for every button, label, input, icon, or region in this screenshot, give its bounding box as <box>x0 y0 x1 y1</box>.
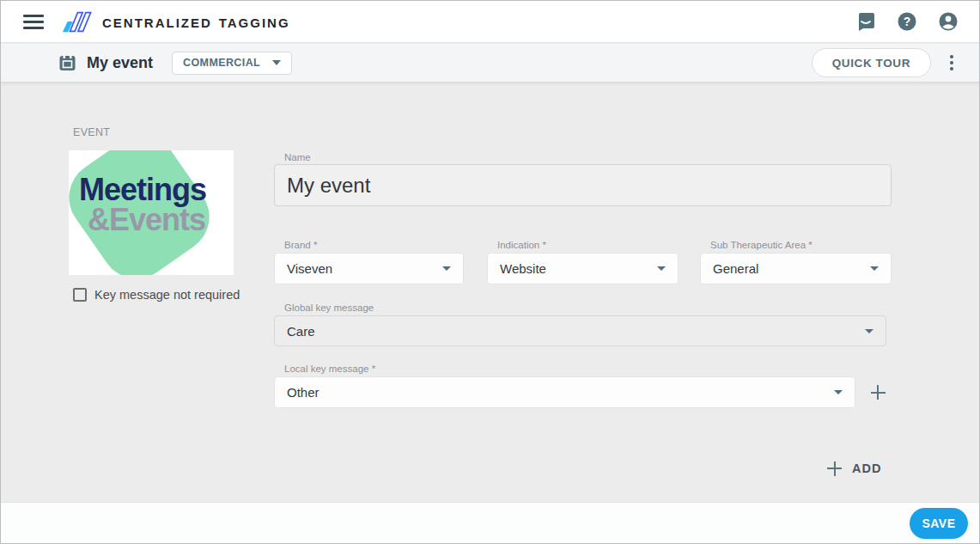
app-title: Centralized Tagging <box>102 11 290 32</box>
classification-value: COMMERCIAL <box>183 57 260 69</box>
add-local-key-message-button[interactable] <box>867 376 889 408</box>
chevron-down-icon <box>272 60 281 65</box>
main-content: EVENT Meetings &Events Key message not r… <box>1 83 979 502</box>
chat-bubble-icon[interactable] <box>855 11 876 32</box>
add-button-label: ADD <box>852 461 881 475</box>
indication-value: Website <box>500 261 546 276</box>
kebab-menu-icon[interactable] <box>941 52 962 73</box>
key-message-checkbox-row: Key message not required <box>73 288 240 302</box>
viseven-logo-icon <box>63 10 92 34</box>
plus-icon <box>827 461 842 476</box>
topbar-actions: ? <box>855 11 959 32</box>
plus-icon <box>871 385 886 400</box>
app-window: Centralized Tagging ? <box>0 0 980 544</box>
chevron-down-icon <box>865 329 873 333</box>
global-key-message-label: Global key message <box>284 303 374 313</box>
chevron-down-icon <box>834 390 843 394</box>
global-key-message-value: Care <box>287 324 315 339</box>
chevron-down-icon <box>657 266 666 271</box>
svg-text:?: ? <box>904 15 911 28</box>
local-key-message-dropdown[interactable]: Other <box>274 376 855 408</box>
page-title: My event <box>87 54 153 72</box>
event-icon <box>59 55 76 71</box>
help-icon[interactable]: ? <box>897 11 917 32</box>
indication-dropdown[interactable]: Website <box>487 253 679 284</box>
event-section-label: EVENT <box>73 126 110 138</box>
chevron-down-icon <box>442 266 451 271</box>
name-input[interactable] <box>274 164 892 206</box>
thumbnail-text-line1: Meetings <box>79 174 234 205</box>
event-thumbnail: Meetings &Events <box>69 150 234 275</box>
brand-value: Viseven <box>287 261 332 276</box>
footer-bar: SAVE <box>1 502 979 543</box>
name-label: Name <box>284 152 311 162</box>
global-key-message-dropdown[interactable]: Care <box>274 315 886 346</box>
sub-therapeutic-area-label: Sub Therapeutic Area * <box>710 240 813 250</box>
add-button[interactable]: ADD <box>827 456 881 480</box>
account-icon[interactable] <box>938 11 959 32</box>
thumbnail-text-line2: &Events <box>88 205 234 235</box>
local-key-message-label: Local key message * <box>284 364 375 374</box>
quick-tour-button[interactable]: QUICK TOUR <box>812 48 931 77</box>
save-button[interactable]: SAVE <box>910 508 968 539</box>
brand-label: Brand * <box>284 240 317 250</box>
hamburger-menu-icon[interactable] <box>23 15 44 29</box>
local-key-message-value: Other <box>287 385 320 400</box>
indication-label: Indication * <box>497 240 546 250</box>
brand-dropdown[interactable]: Viseven <box>274 253 464 284</box>
key-message-checkbox[interactable] <box>73 288 87 302</box>
chevron-down-icon <box>870 266 879 271</box>
key-message-checkbox-label: Key message not required <box>94 288 240 302</box>
topbar: Centralized Tagging ? <box>1 1 979 43</box>
sub-therapeutic-area-value: General <box>713 261 758 276</box>
classification-dropdown[interactable]: COMMERCIAL <box>172 52 292 75</box>
sub-therapeutic-area-dropdown[interactable]: General <box>700 253 892 284</box>
event-header-bar: My event COMMERCIAL QUICK TOUR <box>1 44 979 83</box>
